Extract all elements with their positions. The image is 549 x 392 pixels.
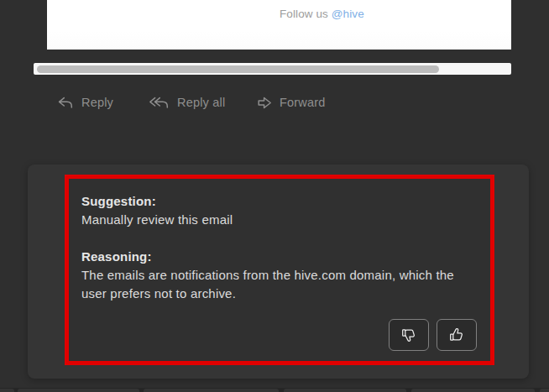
thumbs-down-icon <box>400 327 417 343</box>
reply-arrow-icon <box>57 96 74 110</box>
forward-arrow-icon <box>257 96 272 110</box>
reasoning-label: Reasoning: <box>81 248 478 266</box>
suggestion-panel: Suggestion: Manually review this email R… <box>28 165 529 379</box>
reply-button[interactable]: Reply <box>57 92 113 112</box>
card-top <box>411 389 535 392</box>
suggestion-label: Suggestion: <box>81 192 478 211</box>
suggestion-content: Suggestion: Manually review this email R… <box>81 192 478 303</box>
thumbs-down-button[interactable] <box>389 319 429 351</box>
follow-us-text: Follow us <box>280 8 332 20</box>
suggestion-text: Manually review this email <box>81 211 478 229</box>
email-body-panel: Follow us @hive <box>47 0 511 50</box>
reply-all-button[interactable]: Reply all <box>149 92 225 112</box>
reply-all-arrow-icon <box>149 96 170 110</box>
forward-button-label: Forward <box>280 96 326 109</box>
card-top <box>0 389 14 392</box>
card-top <box>18 389 139 392</box>
horizontal-scrollbar[interactable] <box>34 63 511 75</box>
card-top <box>144 389 279 392</box>
thumbs-up-icon <box>448 327 465 343</box>
email-footer-text: Follow us @hive <box>280 8 364 20</box>
forward-button[interactable]: Forward <box>257 92 326 112</box>
spacer <box>81 229 478 248</box>
feedback-buttons <box>389 319 477 351</box>
card-top <box>284 389 406 392</box>
reply-all-button-label: Reply all <box>177 96 225 109</box>
horizontal-scrollbar-thumb[interactable] <box>37 65 439 73</box>
bottom-cards-strip <box>0 388 549 392</box>
suggestion-highlight-box: Suggestion: Manually review this email R… <box>65 175 494 365</box>
thumbs-up-button[interactable] <box>437 319 477 351</box>
card-top <box>540 389 549 392</box>
hive-handle-link[interactable]: @hive <box>332 8 364 20</box>
reasoning-text: The emails are notifications from the hi… <box>81 266 466 303</box>
reply-button-label: Reply <box>81 96 113 109</box>
